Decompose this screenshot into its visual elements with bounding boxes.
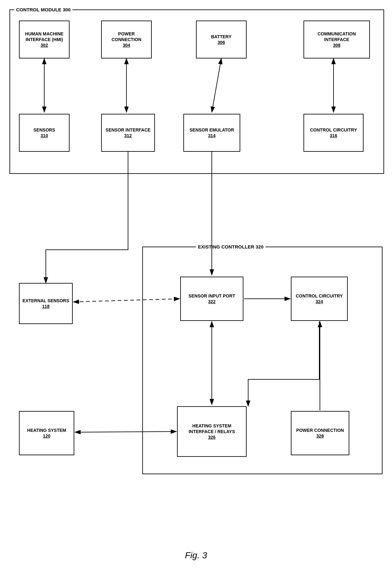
fig-caption: Fig. 3 <box>0 550 392 561</box>
box-power-conn-top: POWER CONNECTION 304 <box>101 21 152 58</box>
diagram-container: CONTROL MODULE 300 HUMAN MACHINE INTERFA… <box>0 0 392 570</box>
control-module-label: CONTROL MODULE 300 <box>14 7 72 12</box>
box-heating-system: HEATING SYSTEM 120 <box>19 411 74 455</box>
box-control-circuitry-bot: CONTROL CIRCUITRY 324 <box>291 277 348 321</box>
box-control-circuitry-top: CONTROL CIRCUITRY 316 <box>303 114 364 152</box>
box-hmi: HUMAN MACHINE INTERFACE (HMI) 302 <box>19 21 70 58</box>
box-sensors: SENSORS 310 <box>19 114 70 152</box>
existing-controller-label: EXISTING CONTROLLER 320 <box>196 244 266 249</box>
box-power-conn-bot: POWER CONNECTION 328 <box>291 411 349 455</box>
box-sensor-interface: SENSOR INTERFACE 312 <box>101 114 155 152</box>
box-sensor-emulator: SENSOR EMULATOR 314 <box>183 114 240 152</box>
box-battery: BATTERY 306 <box>196 21 247 58</box>
box-external-sensors: EXTERNAL SENSORS 118 <box>19 283 73 324</box>
box-sensor-input-port: SENSOR INPUT PORT 322 <box>180 277 243 321</box>
box-comm-interface: COMMUNICATION INTERFACE 308 <box>303 21 370 58</box>
box-heating-interface: HEATING SYSTEM INTERFACE / RELAYS 326 <box>177 406 247 457</box>
